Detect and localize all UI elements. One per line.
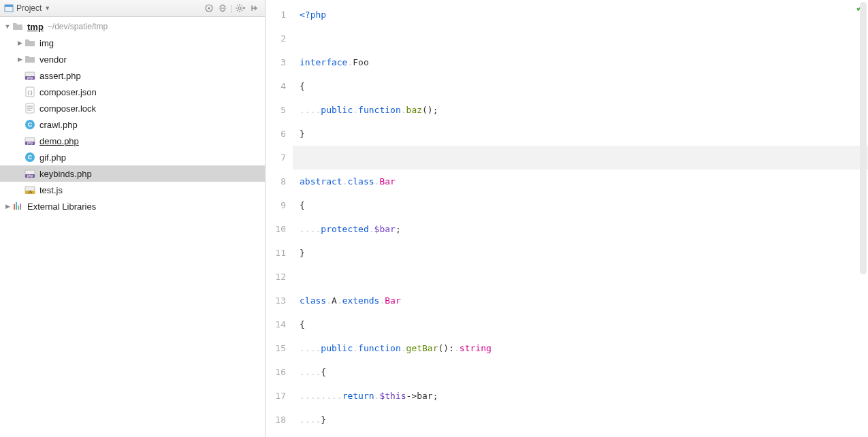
line-number: 18 [266,408,293,432]
tree-item-external-libraries[interactable]: ▶External Libraries [0,198,265,214]
tree-item-vendor[interactable]: ▶vendor [0,51,265,67]
svg-text:php: php [27,141,33,145]
tree-label: assert.php [39,71,81,81]
line-number: 14 [266,312,293,336]
svg-point-3 [208,7,210,10]
tree-arrow-icon[interactable]: ▶ [15,38,25,48]
tree-item-keybinds-php[interactable]: ▶phpkeybinds.php [0,165,265,182]
code-line[interactable]: } [293,122,868,146]
lock-icon [25,103,35,114]
code-line[interactable]: { [293,74,868,98]
project-tree[interactable]: ▼tmp~/dev/spatie/tmp▶img▶vendor▶phpasser… [0,17,265,437]
tree-item-test-js[interactable]: ▶JStest.js [0,182,265,198]
tree-item-crawl-php[interactable]: ▶Ccrawl.php [0,116,265,133]
lib-icon [12,201,23,212]
code-line[interactable]: ....public.function.getBar():.string [293,336,868,360]
line-number: 9 [266,193,293,217]
code-line[interactable]: ........return.$this->bar; [293,384,868,408]
tree-label: keybinds.php [39,169,92,179]
code-line[interactable]: { [293,312,868,336]
line-number: 2 [266,27,293,50]
line-number: 12 [266,265,293,289]
svg-text:{;}: {;} [27,89,33,95]
svg-line-10 [237,5,238,6]
code-line[interactable] [293,146,868,169]
tree-label: tmp [27,22,44,32]
c-icon: C [25,152,35,163]
code-line[interactable]: } [293,241,868,265]
tree-item-composer-json[interactable]: ▶{;}composer.json [0,84,265,100]
svg-line-11 [242,10,242,11]
svg-text:JS: JS [28,190,33,194]
scrollbar[interactable] [860,2,868,274]
php-icon: php [25,135,35,146]
tree-arrow-icon[interactable]: ▶ [15,54,25,64]
line-number: 16 [266,360,293,384]
code-editor[interactable]: 123456789101112131415161718 <?phpinterfa… [266,0,868,437]
tree-item-tmp[interactable]: ▼tmp~/dev/spatie/tmp [0,18,265,35]
tree-path: ~/dev/spatie/tmp [48,22,108,31]
svg-text:php: php [27,76,33,80]
tree-item-composer-lock[interactable]: ▶composer.lock [0,100,265,116]
project-sidebar: Project ▼ | ▾ ▼tmp~/dev/spatie/tmp▶img▶v… [0,0,266,437]
json-icon: {;} [25,86,35,97]
tree-arrow-icon[interactable]: ▶ [3,201,12,211]
collapse-icon[interactable] [216,1,229,15]
php-icon: php [25,70,35,81]
svg-line-12 [237,10,238,11]
js-icon: JS [25,184,35,195]
target-icon[interactable] [202,1,216,15]
code-area[interactable]: <?phpinterface.Foo{....public.function.b… [293,0,868,437]
tree-label: img [39,38,54,48]
php-icon: php [25,168,35,179]
line-number: 10 [266,217,293,241]
folder-icon [25,37,35,48]
code-line[interactable] [293,27,868,50]
c-icon: C [25,119,35,130]
line-number: 3 [266,50,293,74]
tree-label: test.js [39,185,63,195]
chevron-down-icon[interactable]: ▼ [44,5,50,12]
sidebar-title[interactable]: Project [16,3,42,13]
code-line[interactable]: ....} [293,408,868,432]
line-number: 8 [266,169,293,193]
code-line[interactable]: ....{ [293,360,868,384]
tree-item-gif-php[interactable]: ▶Cgif.php [0,149,265,165]
line-number: 13 [266,289,293,312]
tree-item-demo-php[interactable]: ▶phpdemo.php [0,133,265,149]
svg-line-13 [242,5,242,6]
code-line[interactable]: <?php [293,3,868,27]
code-line[interactable]: class.A.extends.Bar [293,289,868,312]
tree-item-img[interactable]: ▶img [0,35,265,51]
code-line[interactable]: ....public.function.baz(); [293,98,868,122]
svg-text:php: php [27,174,33,178]
tree-label: crawl.php [39,120,78,130]
tree-label: composer.json [39,87,97,97]
code-line[interactable] [293,265,868,289]
line-number: 7 [266,146,293,169]
tree-label: composer.lock [39,103,96,114]
tree-label: External Libraries [27,201,96,212]
svg-rect-1 [5,5,13,7]
line-number: 4 [266,74,293,98]
svg-point-5 [238,7,241,10]
line-number: 6 [266,122,293,146]
line-number: 11 [266,241,293,265]
line-number: 15 [266,336,293,360]
tree-label: demo.php [39,136,79,146]
project-icon [4,3,14,13]
scrollbar-thumb[interactable] [860,2,867,274]
hide-icon[interactable] [247,1,261,15]
tree-label: vendor [39,54,67,65]
folder-icon [12,21,23,32]
gear-icon[interactable]: ▾ [234,1,247,15]
folder-icon [25,54,35,65]
line-number: 1 [266,3,293,27]
code-line[interactable]: { [293,193,868,217]
code-line[interactable]: interface.Foo [293,50,868,74]
code-line[interactable]: ....protected.$bar; [293,217,868,241]
tree-arrow-icon[interactable]: ▼ [3,22,12,31]
tree-item-assert-php[interactable]: ▶phpassert.php [0,67,265,84]
code-line[interactable]: abstract.class.Bar [293,169,868,193]
svg-text:C: C [28,121,33,128]
